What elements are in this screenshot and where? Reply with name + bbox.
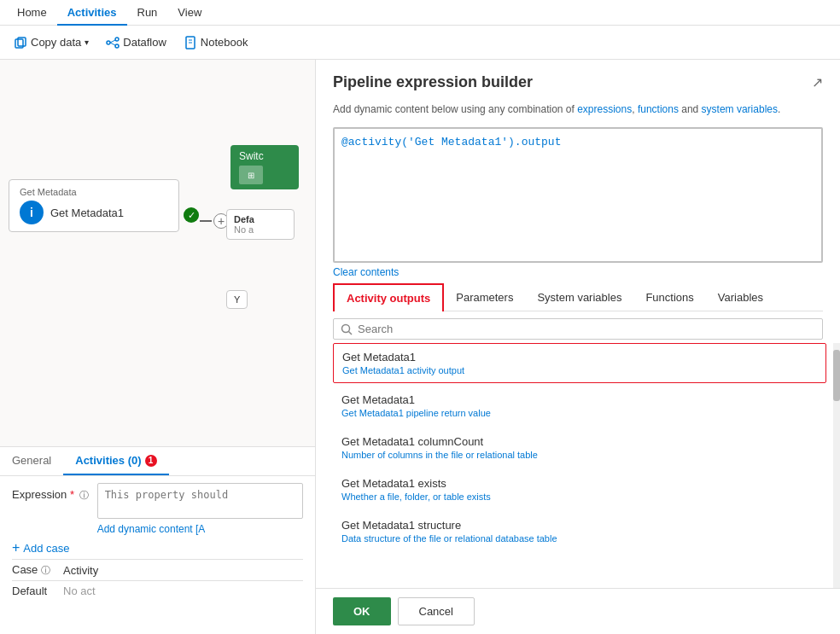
dataflow-icon (106, 36, 120, 49)
info-icon: ⓘ (79, 490, 89, 500)
add-icon: + (12, 540, 20, 555)
tab-parameters[interactable]: Parameters (444, 283, 525, 311)
add-case-row[interactable]: + Add case (12, 540, 303, 555)
default-row: Default No act (12, 580, 303, 601)
copy-dropdown-icon: ▾ (85, 38, 89, 47)
dataflow-label: Dataflow (123, 36, 166, 49)
nav-home[interactable]: Home (7, 0, 57, 26)
nav-run[interactable]: Run (127, 0, 168, 26)
svg-point-10 (342, 324, 350, 332)
search-input[interactable] (358, 323, 815, 335)
item-title-3: Get Metadata1 exists (341, 477, 818, 490)
default-subtitle: No a (234, 224, 287, 235)
pipeline-canvas: Get Metadata i Get Metadata1 ✓ + Switc ⊞ (0, 60, 315, 446)
node-name: Get Metadata1 (50, 206, 124, 219)
list-item-3[interactable]: Get Metadata1 exists Whether a file, fol… (333, 470, 826, 509)
tab-activities[interactable]: Activities (0) 1 (63, 447, 168, 475)
expression-input[interactable] (97, 483, 303, 519)
list-item-1[interactable]: Get Metadata1 Get Metadata1 pipeline ret… (333, 387, 826, 425)
notebook-icon (184, 36, 197, 49)
item-title-1: Get Metadata1 (341, 393, 818, 406)
add-case-label: Add case (23, 542, 69, 555)
default-box[interactable]: Defa No a (226, 209, 295, 240)
case-info-icon: ⓘ (41, 565, 50, 575)
panel-title: Pipeline expression builder (333, 73, 533, 91)
case-row: Case ⓘ Activity (12, 559, 303, 580)
tab-variables[interactable]: Variables (706, 283, 775, 311)
tab-activity-outputs[interactable]: Activity outputs (333, 283, 444, 311)
default-value: No act (63, 585, 96, 597)
clear-contents-link[interactable]: Clear contents (316, 263, 840, 283)
nav-activities[interactable]: Activities (57, 0, 127, 26)
item-subtitle-2: Number of columns in the file or relatio… (341, 450, 818, 460)
copy-data-label: Copy data (31, 36, 81, 49)
get-metadata-node[interactable]: Get Metadata i Get Metadata1 (9, 179, 179, 232)
search-area (333, 318, 823, 340)
expression-label: Expression * ⓘ (12, 483, 89, 502)
list-item-4[interactable]: Get Metadata1 structure Data structure o… (333, 512, 826, 550)
bottom-panel: General Activities (0) 1 Expression * ⓘ … (0, 446, 315, 634)
copy-data-button[interactable]: Copy data ▾ (7, 32, 96, 53)
tab-system-variables[interactable]: System variables (525, 283, 633, 311)
default-label: Default (12, 585, 55, 597)
item-subtitle-1: Get Metadata1 pipeline return value (341, 408, 818, 418)
notebook-label: Notebook (201, 36, 248, 49)
activity-col-label: Activity (63, 564, 98, 577)
node-icon: i (20, 201, 44, 224)
expr-tabs: Activity outputs Parameters System varia… (333, 283, 823, 311)
default-title: Defa (234, 214, 287, 224)
svg-point-4 (115, 44, 119, 48)
nav-view[interactable]: View (167, 0, 212, 26)
panel-footer: OK Cancel (316, 588, 840, 634)
node-title: Get Metadata (20, 187, 168, 197)
expand-icon[interactable]: ↗ (812, 74, 823, 90)
list-item-0[interactable]: Get Metadata1 Get Metadata1 activity out… (333, 343, 826, 383)
switch-label: Switc (239, 150, 264, 162)
add-dynamic-link[interactable]: Add dynamic content [A (97, 523, 303, 535)
expression-builder-panel: Pipeline expression builder ↗ Add dynami… (316, 60, 840, 634)
results-list: Get Metadata1 Get Metadata1 activity out… (333, 343, 826, 588)
top-nav: Home Activities Run View (0, 0, 840, 26)
toolbar: Copy data ▾ Dataflow Notebook (0, 26, 840, 60)
expression-content[interactable]: @activity('Get Metadata1').output (335, 129, 821, 261)
svg-line-11 (349, 331, 353, 334)
item-subtitle-3: Whether a file, folder, or table exists (341, 491, 818, 502)
required-star: * (70, 488, 74, 501)
svg-line-6 (110, 43, 115, 45)
bottom-tabs: General Activities (0) 1 (0, 447, 315, 476)
svg-point-3 (115, 38, 119, 41)
item-title-2: Get Metadata1 columnCount (341, 435, 818, 448)
expression-area: @activity('Get Metadata1').output (333, 127, 823, 263)
tab-general[interactable]: General (0, 447, 63, 475)
scrollbar-thumb[interactable] (833, 350, 840, 401)
scrollbar-track[interactable] (833, 343, 840, 588)
check-badge: ✓ (184, 207, 199, 223)
copy-icon (14, 36, 27, 49)
panel-description: Add dynamic content below using any comb… (316, 98, 840, 124)
ok-button[interactable]: OK (333, 597, 391, 625)
item-subtitle-0: Get Metadata1 activity output (342, 365, 817, 375)
activities-badge: 1 (145, 455, 157, 467)
item-title-4: Get Metadata1 structure (341, 519, 818, 532)
svg-line-5 (110, 40, 115, 43)
switch-node[interactable]: Switc ⊞ (230, 145, 299, 189)
dataflow-button[interactable]: Dataflow (99, 32, 173, 53)
svg-point-2 (107, 41, 110, 44)
cancel-button[interactable]: Cancel (398, 597, 475, 625)
item-title-0: Get Metadata1 (342, 351, 817, 364)
search-icon (341, 323, 353, 335)
notebook-button[interactable]: Notebook (177, 32, 255, 53)
activities-tab-label: Activities (0) (75, 454, 141, 467)
y-tab[interactable]: Y (226, 290, 248, 309)
case-label: Case ⓘ (12, 563, 55, 577)
item-subtitle-4: Data structure of the file or relational… (341, 533, 818, 544)
list-item-2[interactable]: Get Metadata1 columnCount Number of colu… (333, 428, 826, 467)
tab-functions[interactable]: Functions (633, 283, 705, 311)
